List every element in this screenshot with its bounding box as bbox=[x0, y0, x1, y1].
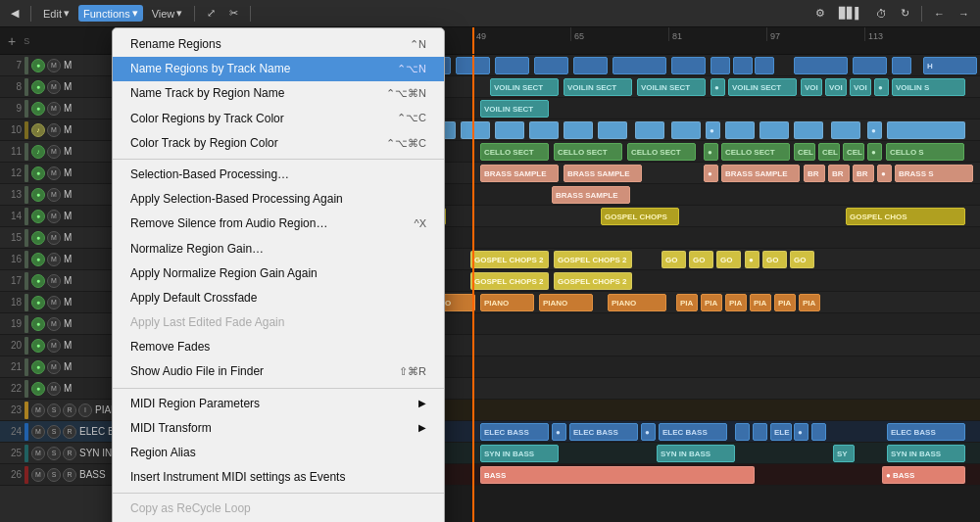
functions-menu[interactable]: Functions ▾ bbox=[78, 5, 143, 22]
power-btn[interactable]: ● bbox=[31, 317, 45, 331]
rec-btn[interactable]: R bbox=[63, 468, 76, 482]
power-btn[interactable]: ● bbox=[31, 360, 45, 374]
region[interactable]: CELLO SECT bbox=[721, 143, 790, 161]
region[interactable]: BRASS SAMPLE bbox=[480, 165, 559, 182]
mute-btn[interactable]: M bbox=[31, 447, 45, 460]
mute-btn[interactable]: M bbox=[47, 210, 61, 223]
elec-bass-region[interactable]: ELEC BASS bbox=[569, 423, 638, 441]
region[interactable] bbox=[725, 121, 755, 139]
power-btn[interactable]: ● bbox=[31, 102, 45, 116]
mute-btn[interactable]: M bbox=[47, 59, 61, 72]
region[interactable]: BR bbox=[804, 165, 825, 182]
elec-bass-region[interactable]: ELEC BASS bbox=[659, 423, 727, 441]
region[interactable] bbox=[598, 121, 627, 139]
region[interactable]: BRASS SAMPLE bbox=[552, 186, 630, 204]
region[interactable]: ELE bbox=[770, 423, 792, 441]
region[interactable] bbox=[831, 121, 860, 139]
mute-btn[interactable]: M bbox=[47, 102, 61, 116]
mute-btn[interactable]: M bbox=[31, 403, 45, 417]
region[interactable] bbox=[811, 423, 826, 441]
region[interactable]: EL CHOPS bbox=[377, 208, 446, 225]
time-btn[interactable]: ⏱ bbox=[871, 6, 892, 22]
region[interactable]: GOSPEL CHOPS bbox=[601, 208, 679, 225]
region[interactable]: PIA bbox=[750, 294, 771, 311]
region[interactable]: ● bbox=[745, 251, 760, 268]
region[interactable]: CELLO SECT bbox=[627, 143, 696, 161]
mute-btn[interactable]: M bbox=[47, 145, 61, 159]
bass-region[interactable]: BASS bbox=[480, 466, 755, 484]
gospel-chops-2-region[interactable]: GOSPEL CHOPS 2 bbox=[554, 251, 632, 268]
loop-btn[interactable]: ↻ bbox=[896, 5, 914, 22]
mute-btn[interactable]: M bbox=[47, 188, 61, 202]
region[interactable]: ● bbox=[704, 143, 718, 161]
region[interactable] bbox=[461, 121, 490, 139]
solo-btn[interactable]: S bbox=[47, 468, 61, 482]
mute-btn[interactable]: M bbox=[47, 253, 61, 266]
region[interactable]: ● bbox=[552, 423, 566, 441]
settings-btn[interactable]: ⚙ bbox=[810, 5, 830, 22]
region[interactable] bbox=[564, 121, 593, 139]
elec-bass-region[interactable]: ELEC BASS bbox=[480, 423, 549, 441]
power-btn[interactable]: ♪ bbox=[31, 145, 45, 159]
region[interactable]: SY bbox=[833, 445, 855, 462]
edit-menu[interactable]: Edit ▾ bbox=[38, 5, 74, 22]
bass-region-2[interactable]: ● BASS bbox=[882, 466, 965, 484]
region[interactable]: GO bbox=[716, 251, 741, 268]
mute-btn[interactable]: M bbox=[47, 166, 61, 180]
region[interactable]: BR bbox=[853, 165, 874, 182]
region[interactable] bbox=[635, 121, 664, 139]
region[interactable]: VOILIN SECT bbox=[637, 78, 706, 96]
region[interactable] bbox=[671, 121, 701, 139]
region[interactable] bbox=[671, 57, 706, 74]
region[interactable]: GO bbox=[762, 251, 787, 268]
add-track-btn[interactable]: + bbox=[8, 33, 16, 49]
region[interactable]: PIANO bbox=[480, 294, 534, 311]
mute-btn[interactable]: M bbox=[31, 468, 45, 482]
region[interactable] bbox=[892, 57, 911, 74]
region[interactable] bbox=[534, 57, 568, 74]
region[interactable]: PIA bbox=[774, 294, 796, 311]
arrow-right-btn[interactable]: → bbox=[954, 6, 974, 22]
region[interactable] bbox=[753, 423, 767, 441]
region[interactable] bbox=[573, 57, 608, 74]
region[interactable]: CEL bbox=[818, 143, 840, 161]
region[interactable]: ● bbox=[706, 121, 720, 139]
syn-bass-region[interactable]: SYN IN BASS bbox=[657, 445, 735, 462]
region[interactable]: H bbox=[923, 57, 977, 74]
region[interactable] bbox=[529, 121, 559, 139]
tool-scissors[interactable]: ✂ bbox=[224, 5, 243, 22]
region[interactable] bbox=[887, 121, 965, 139]
power-btn[interactable]: ♪ bbox=[31, 123, 45, 137]
region[interactable]: BRASS SAMPLE bbox=[721, 165, 800, 182]
back-btn[interactable]: ◀ bbox=[6, 5, 24, 22]
region[interactable] bbox=[735, 423, 750, 441]
solo-btn[interactable]: S bbox=[47, 403, 61, 417]
power-btn[interactable]: ● bbox=[31, 296, 45, 309]
region[interactable]: GO bbox=[790, 251, 814, 268]
power-btn[interactable]: ● bbox=[31, 59, 45, 72]
power-btn[interactable]: ● bbox=[31, 80, 45, 94]
region[interactable]: PIA bbox=[725, 294, 747, 311]
region[interactable]: VOI bbox=[850, 78, 871, 96]
region[interactable]: ● bbox=[704, 165, 718, 182]
region[interactable] bbox=[853, 57, 887, 74]
mute-btn[interactable]: M bbox=[47, 382, 61, 396]
tool-pointer[interactable]: ⤢ bbox=[202, 5, 220, 22]
region[interactable]: PIANO bbox=[539, 294, 593, 311]
region[interactable]: ● bbox=[867, 143, 882, 161]
region[interactable]: GOSPEL CHOS bbox=[846, 208, 965, 225]
power-btn[interactable]: ● bbox=[31, 382, 45, 396]
region[interactable]: VOILIN SECT bbox=[480, 100, 549, 118]
waveform-btn[interactable]: ▊▋▌ bbox=[834, 5, 867, 22]
elec-bass-region[interactable]: ELEC BASS bbox=[887, 423, 965, 441]
power-btn[interactable]: ● bbox=[31, 188, 45, 202]
solo-btn[interactable]: S bbox=[47, 447, 61, 460]
region[interactable]: VOILIN S bbox=[892, 78, 965, 96]
region[interactable]: CEL bbox=[843, 143, 864, 161]
region[interactable]: PIANO bbox=[608, 294, 666, 311]
region[interactable] bbox=[426, 121, 456, 139]
power-btn[interactable]: ● bbox=[31, 231, 45, 245]
input-btn[interactable]: I bbox=[78, 403, 92, 417]
region[interactable] bbox=[733, 57, 753, 74]
region[interactable]: VOILIN SECT bbox=[564, 78, 632, 96]
